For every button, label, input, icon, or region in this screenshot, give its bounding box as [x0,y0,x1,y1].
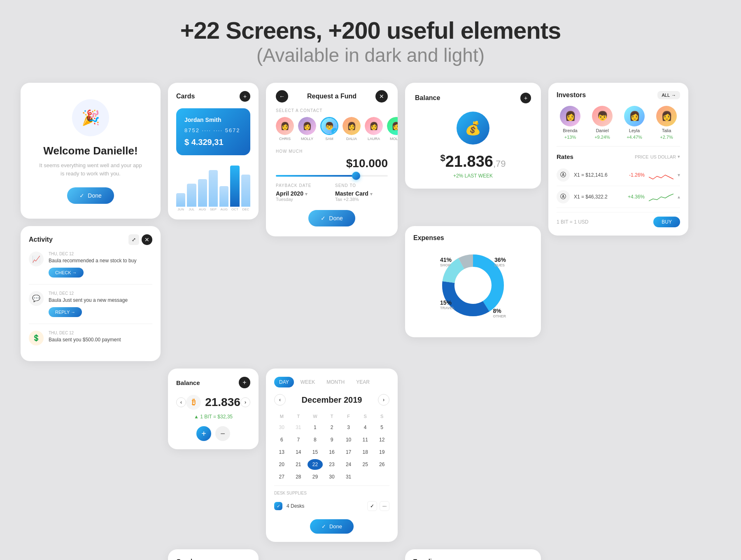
cal-day-10[interactable]: 10 [341,434,356,445]
cal-task-label: DESK SUPPLIES [274,491,389,495]
cal-day-12[interactable]: 12 [374,434,389,445]
contact-laura[interactable]: 👩 LAURA [365,117,383,141]
activity-check-button[interactable]: CHECK → [49,268,84,278]
cal-task-icon-more[interactable]: ··· [380,501,389,511]
cc-name: Jordan Smith [184,117,242,123]
cal-day-25[interactable]: 25 [358,459,373,470]
cal-day-14[interactable]: 14 [291,447,306,457]
cal-tab-week[interactable]: WEEK [296,377,320,387]
bar-item-jul [187,184,196,207]
payback-date-dropdown[interactable]: ▾ [305,191,308,197]
rates-section: Rates PRICE US DOLLAR ▾ Ⓐ X1 = $12,141.6… [557,153,680,208]
investors-all-button[interactable]: ALL → [657,91,680,99]
bar-label-sep: SEP [210,208,217,211]
cal-day-31[interactable]: 31 [291,422,306,433]
activity-item-1: 📈 THU, DEC 12 Baula recommended a new st… [29,252,152,285]
balance-bit-title: Balance [176,379,200,386]
cal-tab-year[interactable]: YEAR [351,377,375,387]
cal-day-28[interactable]: 28 [291,471,306,482]
amount-slider[interactable] [276,175,388,177]
contact-sam[interactable]: 👦 ✓ SAM [320,117,338,141]
cal-tab-day[interactable]: DAY [274,377,294,387]
bit-plus-button[interactable]: + [196,426,211,441]
send-to-label: SEND TO [335,183,388,188]
cal-day-8[interactable]: 8 [308,434,323,445]
rate-info-2: X1 = $46,322.2 [574,194,624,200]
send-to-dropdown[interactable]: ▾ [370,191,373,197]
payback-row: PAYBACK DATE April 2020 ▾ Tuesday SEND T… [276,183,388,202]
bar-group-aug: AUG [219,186,228,211]
cal-day-30[interactable]: 30 [274,422,289,433]
donut-label-other: 8%OTHER [493,308,506,318]
cal-day-7[interactable]: 7 [291,434,306,445]
cal-day-29[interactable]: 29 [308,471,323,482]
cal-day-19[interactable]: 19 [374,447,389,457]
graph-title: Graph [176,558,250,560]
welcome-done-button[interactable]: ✓ Done [67,187,114,204]
cal-next-button[interactable]: › [378,394,389,406]
cal-month: December 2019 [302,395,362,405]
cal-day-20[interactable]: 20 [274,459,289,470]
slider-thumb[interactable] [352,172,360,180]
cal-day-2[interactable]: 2 [324,422,340,433]
bar-label-oct: OCT [231,208,238,211]
headline-sub: (Available in dark and light) [180,44,561,66]
cal-day-4[interactable]: 4 [358,422,373,433]
cal-day-18[interactable]: 18 [358,447,373,457]
balance-bit-rate: ▲ 1 BIT = $32,35 [176,414,250,420]
activity-reply-button[interactable]: REPLY → [49,307,82,317]
investor-leyla: 👩 Leyla +4.47% [621,106,648,140]
cal-task-icons: ✓ ··· [367,501,389,511]
cal-day-1[interactable]: 1 [308,422,323,433]
bit-minus-button[interactable]: − [215,426,230,441]
donut-chart: 41%SHOP 36%DUES 15%TRAVEL 8%OTHER [436,248,510,322]
buy-button[interactable]: BUY [653,217,680,227]
cal-prev-button[interactable]: ‹ [274,394,286,406]
balance-bit-next-button[interactable]: › [240,397,250,407]
rates-footer-text: 1 BIT = 1 USD [557,219,588,225]
request-done-button[interactable]: ✓ Done [308,210,355,226]
cal-day-16[interactable]: 16 [324,447,340,457]
balance-add-button[interactable]: + [520,93,531,103]
trending-card: Trending SPAC X1 = $11 ACTN [405,549,541,560]
cal-tab-month[interactable]: MONTH [322,377,350,387]
cal-day-31b[interactable]: 31 [341,471,356,482]
cal-day-30b[interactable]: 30 [324,471,340,482]
cal-done-button[interactable]: ✓ Done [310,519,354,534]
request-back-button[interactable]: ← [276,90,288,103]
cal-day-21[interactable]: 21 [291,459,306,470]
cal-day-15[interactable]: 15 [308,447,323,457]
send-to-value: Master Card ▾ [335,190,388,197]
cal-task-icon-check[interactable]: ✓ [367,501,377,511]
cal-day-11[interactable]: 11 [358,434,373,445]
activity-close-button[interactable]: ✕ [142,234,152,245]
activity-card: Activity ⤢ ✕ 📈 THU, DEC 12 Baula recomme… [21,226,161,361]
activity-content-1: THU, DEC 12 Baula recommended a new stoc… [49,252,152,278]
cal-day-6[interactable]: 6 [274,434,289,445]
contact-molly2[interactable]: 👩 MOLLY [387,117,398,141]
balance-bit-prev-button[interactable]: ‹ [176,397,186,407]
contact-dalia[interactable]: 👩 DALIA [343,117,361,141]
cal-day-22[interactable]: 22 [308,459,323,470]
activity-date-1: THU, DEC 12 [49,252,152,256]
cal-day-27[interactable]: 27 [274,471,289,482]
bar-label-jul: JUL [189,208,194,211]
cal-day-26[interactable]: 26 [374,459,389,470]
cards-add-button[interactable]: + [240,91,250,102]
request-close-button[interactable]: ✕ [375,90,388,103]
page-wrapper: +22 Screens, +200 useful elements (Avail… [0,0,741,560]
investor-change-brenda: +13% [564,135,576,140]
cal-day-17[interactable]: 17 [341,447,356,457]
cal-day-13[interactable]: 13 [274,447,289,457]
cal-day-3[interactable]: 3 [341,422,356,433]
cal-day-24[interactable]: 24 [341,459,356,470]
cal-day-23[interactable]: 23 [324,459,340,470]
cal-day-9[interactable]: 9 [324,434,340,445]
contact-chris[interactable]: 👩 CHRIS [276,117,294,141]
investor-change-talia: +2.7% [660,135,673,140]
activity-header-actions: ⤢ ✕ [128,234,152,245]
contact-molly[interactable]: 👩 MOLLY [298,117,316,141]
activity-expand-button[interactable]: ⤢ [128,234,139,245]
cal-day-5[interactable]: 5 [374,422,389,433]
balance-bit-add-button[interactable]: + [239,377,250,388]
